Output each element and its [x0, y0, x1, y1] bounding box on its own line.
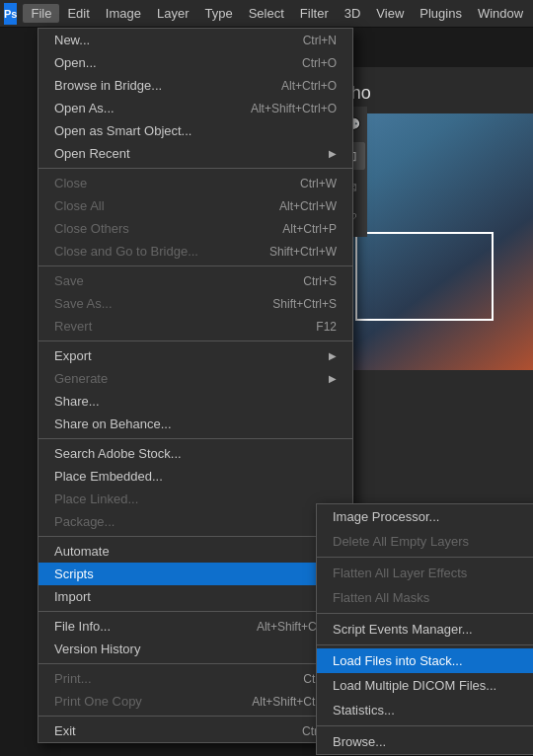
menu-revert[interactable]: Revert F12: [38, 315, 352, 338]
submenu-delete-empty-layers[interactable]: Delete All Empty Layers: [317, 529, 533, 554]
menu-export[interactable]: Export ▶: [38, 344, 352, 367]
menu-new[interactable]: New... Ctrl+N: [38, 29, 352, 51]
submenu-load-files-into-stack[interactable]: Load Files into Stack...: [317, 648, 533, 673]
menu-view[interactable]: View: [368, 4, 412, 23]
menu-save-as[interactable]: Save As... Shift+Ctrl+S: [38, 292, 352, 315]
menu-import[interactable]: Import ▶: [38, 585, 352, 608]
menu-open-recent[interactable]: Open Recent ▶: [38, 142, 352, 165]
submenu-image-processor[interactable]: Image Processor...: [317, 504, 533, 529]
menu-close-others[interactable]: Close Others Alt+Ctrl+P: [38, 217, 352, 240]
separator-4: [38, 438, 352, 439]
separator-7: [38, 663, 352, 664]
submenu-browse[interactable]: Browse...: [317, 729, 533, 754]
submenu-load-multiple-dicom[interactable]: Load Multiple DICOM Files...: [317, 673, 533, 698]
menu-print[interactable]: Print... Ctrl+P: [38, 667, 352, 690]
menu-filter[interactable]: Filter: [292, 4, 337, 23]
menu-automate[interactable]: Automate ▶: [38, 540, 352, 563]
menu-close[interactable]: Close Ctrl+W: [38, 172, 352, 194]
menu-package[interactable]: Package...: [38, 510, 352, 533]
app-icon: Ps: [4, 3, 17, 25]
menu-file[interactable]: File: [23, 4, 59, 23]
menu-place-linked[interactable]: Place Linked...: [38, 488, 352, 510]
menu-image[interactable]: Image: [98, 4, 149, 23]
menubar: Ps File Edit Image Layer Type Select Fil…: [0, 0, 533, 28]
menu-share-behance[interactable]: Share on Behance...: [38, 413, 352, 435]
menu-close-all[interactable]: Close All Alt+Ctrl+W: [38, 194, 352, 217]
submenu-sep-2: [317, 613, 533, 614]
menu-open-as[interactable]: Open As... Alt+Shift+Ctrl+O: [38, 97, 352, 119]
submenu-script-events-manager[interactable]: Script Events Manager...: [317, 617, 533, 642]
separator-3: [38, 340, 352, 341]
file-menu-dropdown: New... Ctrl+N Open... Ctrl+O Browse in B…: [38, 28, 353, 743]
separator-5: [38, 536, 352, 537]
menu-version-history[interactable]: Version History: [38, 638, 352, 660]
submenu-flatten-masks[interactable]: Flatten All Masks: [317, 585, 533, 610]
scripts-submenu: Image Processor... Delete All Empty Laye…: [316, 503, 533, 755]
menu-layer[interactable]: Layer: [149, 4, 197, 23]
menu-open-smart-object[interactable]: Open as Smart Object...: [38, 119, 352, 142]
menu-generate[interactable]: Generate ▶: [38, 367, 352, 390]
submenu-statistics[interactable]: Statistics...: [317, 698, 533, 722]
menu-share[interactable]: Share...: [38, 390, 352, 413]
separator-8: [38, 716, 352, 717]
menu-plugins[interactable]: Plugins: [412, 4, 470, 23]
menu-browse-bridge[interactable]: Browse in Bridge... Alt+Ctrl+O: [38, 74, 352, 97]
menu-open[interactable]: Open... Ctrl+O: [38, 51, 352, 74]
submenu-sep-1: [317, 557, 533, 558]
menu-window[interactable]: Window: [470, 4, 531, 23]
menu-type[interactable]: Type: [197, 4, 241, 23]
submenu-flatten-layer-effects[interactable]: Flatten All Layer Effects: [317, 561, 533, 585]
separator-6: [38, 611, 352, 612]
submenu-sep-4: [317, 725, 533, 726]
menu-select[interactable]: Select: [241, 4, 292, 23]
separator-1: [38, 168, 352, 169]
menu-3d[interactable]: 3D: [337, 4, 369, 23]
menu-print-one-copy[interactable]: Print One Copy Alt+Shift+Ctrl+P: [38, 690, 352, 713]
menu-scripts[interactable]: Scripts ▶: [38, 563, 352, 585]
menu-search-adobe-stock[interactable]: Search Adobe Stock...: [38, 442, 352, 465]
menu-file-info[interactable]: File Info... Alt+Shift+Ctrl+I: [38, 615, 352, 638]
separator-2: [38, 265, 352, 266]
menu-place-embedded[interactable]: Place Embedded...: [38, 465, 352, 488]
menu-edit[interactable]: Edit: [59, 4, 97, 23]
menu-exit[interactable]: Exit Ctrl+Q: [38, 719, 352, 742]
menu-close-go-bridge[interactable]: Close and Go to Bridge... Shift+Ctrl+W: [38, 240, 352, 263]
submenu-sep-3: [317, 644, 533, 645]
menu-save[interactable]: Save Ctrl+S: [38, 269, 352, 292]
